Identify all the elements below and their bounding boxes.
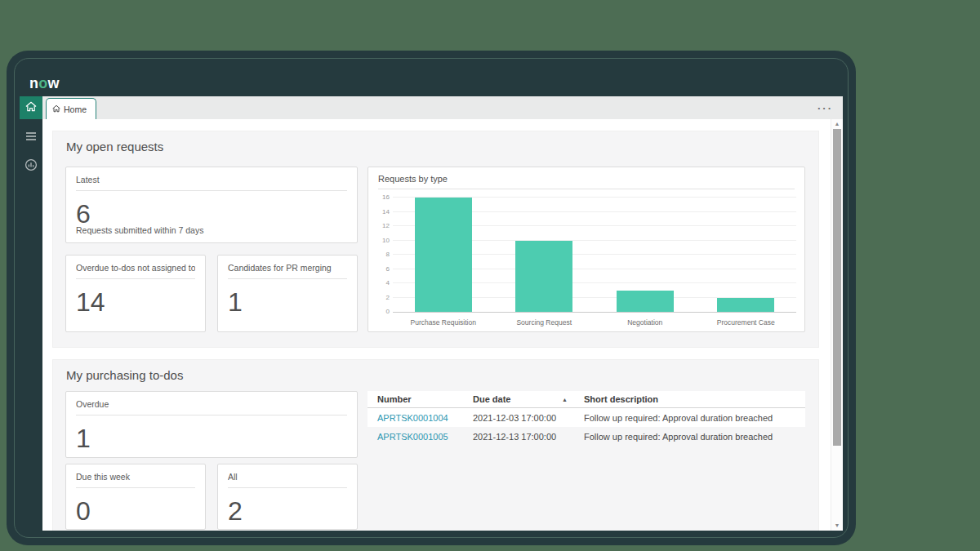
card-value: 1: [76, 425, 347, 451]
chart-category-label: Negotiation: [595, 318, 696, 327]
sort-ascending-icon: ▲: [562, 397, 568, 402]
task-link[interactable]: APRTSK0001004: [377, 413, 448, 423]
scroll-up-icon[interactable]: ▲: [831, 121, 843, 127]
chart-ytick-label: 6: [372, 265, 390, 273]
section-title: My open requests: [66, 140, 163, 153]
card-label: Candidates for PR merging: [228, 263, 347, 273]
card-due-this-week[interactable]: Due this week 0: [65, 464, 206, 530]
app-body: Home ··· My open requests Latest 6 Reque…: [20, 96, 843, 531]
table-header-row: NumberDue date▲Short description: [368, 391, 805, 408]
vertical-scrollbar[interactable]: ▲ ▼: [831, 119, 843, 531]
card-overdue[interactable]: Overdue 1: [65, 391, 358, 458]
due-date-cell: 2021-12-03 17:00:00: [463, 410, 574, 426]
chart-bar[interactable]: [617, 291, 674, 312]
card-divider: [228, 487, 347, 488]
chart-ytick-label: 8: [372, 251, 390, 258]
chart-divider: [378, 189, 795, 189]
card-value: 14: [76, 289, 195, 315]
chart-ytick-label: 10: [372, 237, 390, 244]
card-caption: Requests submitted within 7 days: [76, 225, 203, 235]
logo-o: o: [38, 75, 47, 91]
chart-ytick-label: 4: [372, 279, 390, 287]
rail-list-button[interactable]: [20, 126, 42, 149]
task-link[interactable]: APRTSK0001005: [377, 432, 448, 442]
logo-n: n: [29, 75, 38, 91]
chart-category-label: Purchase Requisition: [393, 318, 494, 327]
chart-categories: Purchase RequisitionSourcing RequestNego…: [393, 318, 796, 327]
tab-home[interactable]: Home: [46, 98, 96, 119]
card-divider: [76, 278, 195, 279]
number-cell: APRTSK0001005: [368, 429, 463, 445]
card-divider: [228, 278, 347, 279]
dashboard-content: My open requests Latest 6 Requests submi…: [42, 119, 843, 531]
card-label: Overdue: [76, 399, 347, 409]
chart-ytick-label: 12: [372, 222, 390, 229]
todos-table: NumberDue date▲Short description APRTSK0…: [368, 391, 805, 446]
column-header-short-description[interactable]: Short description: [574, 391, 805, 407]
chart-category-label: Sourcing Request: [494, 318, 595, 327]
card-value: 0: [76, 498, 195, 524]
servicenow-logo: now: [29, 75, 60, 92]
section-title: My purchasing to-dos: [66, 368, 183, 382]
browser-window-frame: now: [7, 51, 856, 545]
logo-w: w: [48, 75, 60, 91]
dashboard-chart-icon: [24, 158, 38, 175]
chart-bar-slot: [494, 198, 595, 312]
chart-ytick-label: 14: [372, 208, 390, 216]
card-label: Overdue to-dos not assigned to ...: [76, 263, 195, 273]
chart-bar[interactable]: [415, 198, 472, 312]
card-divider: [76, 415, 347, 415]
card-divider: [76, 190, 347, 191]
rail-dashboard-button[interactable]: [20, 155, 42, 178]
due-date-cell: 2021-12-13 17:00:00: [463, 429, 574, 445]
chart-ytick-label: 16: [372, 193, 390, 201]
card-all[interactable]: All 2: [217, 464, 358, 530]
chart-bar[interactable]: [717, 298, 774, 313]
chart-bar-slot: [595, 198, 696, 312]
list-icon: [25, 130, 37, 144]
table-row: APRTSK00010052021-12-13 17:00:00Follow u…: [368, 427, 805, 446]
chart-bar[interactable]: [515, 241, 572, 313]
scroll-down-icon[interactable]: ▼: [831, 522, 843, 528]
scrollbar-thumb[interactable]: [833, 129, 841, 446]
chart-bars: [393, 198, 796, 312]
section-my-open-requests: My open requests Latest 6 Requests submi…: [52, 131, 819, 348]
chart-title: Requests by type: [378, 174, 448, 184]
app-header: now: [20, 70, 843, 96]
card-label: All: [228, 472, 347, 482]
short-description-cell: Follow up required: Approval duration br…: [574, 410, 805, 426]
card-value: 6: [76, 201, 347, 227]
chart-ytick-label: 2: [372, 294, 390, 301]
section-my-purchasing-todos: My purchasing to-dos Overdue 1 Due this …: [52, 359, 819, 531]
card-label: Latest: [76, 175, 347, 184]
table-body: APRTSK00010042021-12-03 17:00:00Follow u…: [368, 408, 805, 446]
table-row: APRTSK00010042021-12-03 17:00:00Follow u…: [368, 408, 805, 427]
card-overdue-todos-unassigned[interactable]: Overdue to-dos not assigned to ... 14: [65, 255, 206, 332]
tab-bar: Home ···: [42, 96, 843, 119]
home-tab-label: Home: [64, 104, 87, 114]
column-header-number[interactable]: Number: [368, 391, 463, 407]
chart-ytick-label: 0: [372, 308, 390, 315]
chart-bar-slot: [393, 198, 494, 312]
home-icon: [25, 100, 37, 115]
card-latest[interactable]: Latest 6 Requests submitted within 7 day…: [65, 167, 358, 243]
rail-home-button[interactable]: [20, 96, 42, 119]
chart-category-label: Procurement Case: [696, 318, 797, 327]
card-value: 2: [228, 498, 347, 524]
card-divider: [76, 487, 195, 488]
chart-requests-by-type: Requests by type 0246810121416 Purchase …: [368, 167, 805, 332]
card-candidates-pr-merging[interactable]: Candidates for PR merging 1: [217, 255, 358, 332]
card-value: 1: [228, 289, 347, 315]
chart-bar-slot: [696, 198, 797, 312]
servicenow-app: now: [20, 70, 843, 531]
short-description-cell: Follow up required: Approval duration br…: [574, 429, 805, 445]
home-tab-icon: [52, 104, 60, 114]
card-label: Due this week: [76, 472, 195, 482]
column-header-due-date[interactable]: Due date▲: [463, 391, 574, 407]
chart-plot: 0246810121416: [393, 198, 796, 313]
number-cell: APRTSK0001004: [368, 410, 463, 426]
left-navigation-rail: [20, 96, 42, 531]
tab-overflow-menu[interactable]: ···: [817, 102, 833, 114]
